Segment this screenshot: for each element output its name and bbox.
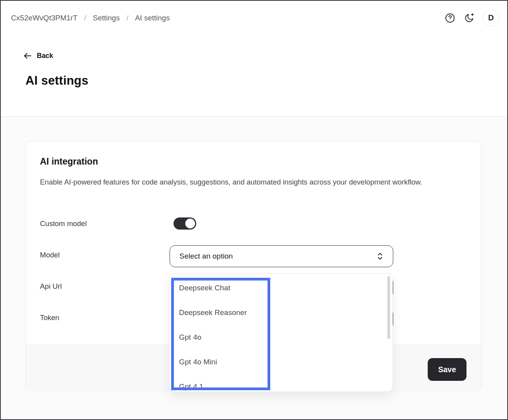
dropdown-option-deepseek-reasoner[interactable]: Deepseek Reasoner bbox=[170, 300, 392, 325]
token-label: Token bbox=[40, 313, 59, 322]
arrow-left-icon bbox=[23, 51, 33, 61]
model-label: Model bbox=[40, 251, 60, 259]
avatar-initial: D bbox=[488, 13, 494, 22]
dark-mode-button[interactable] bbox=[463, 12, 475, 24]
model-select-value: Select an option bbox=[179, 252, 377, 261]
breadcrumb-settings[interactable]: Settings bbox=[93, 14, 120, 22]
model-dropdown-menu: Deepseek Chat Deepseek Reasoner Gpt 4o G… bbox=[169, 273, 393, 392]
back-label: Back bbox=[37, 52, 53, 60]
dropdown-option-deepseek-chat[interactable]: Deepseek Chat bbox=[170, 275, 392, 300]
dropdown-option-gpt-4o[interactable]: Gpt 4o bbox=[170, 325, 392, 349]
model-dropdown-list: Deepseek Chat Deepseek Reasoner Gpt 4o G… bbox=[170, 275, 392, 392]
custom-model-label: Custom model bbox=[40, 219, 87, 228]
breadcrumb: Cx52eWvQt3PM1rT / Settings / AI settings bbox=[11, 14, 170, 22]
card-description: Enable AI-powered features for code anal… bbox=[40, 176, 468, 188]
page-title: AI settings bbox=[25, 74, 89, 88]
dropdown-option-gpt-4-1[interactable]: Gpt 4.1 bbox=[170, 374, 392, 392]
help-button[interactable] bbox=[444, 12, 456, 24]
api-url-label: Api Url bbox=[40, 282, 62, 291]
breadcrumb-separator: / bbox=[84, 14, 86, 22]
help-icon bbox=[445, 13, 456, 24]
topbar-actions: D bbox=[444, 9, 499, 26]
breadcrumb-ai-settings[interactable]: AI settings bbox=[135, 14, 170, 22]
ai-settings-page: Cx52eWvQt3PM1rT / Settings / AI settings bbox=[0, 0, 508, 420]
dark-mode-moon-icon bbox=[464, 13, 475, 24]
card-title: AI integration bbox=[40, 156, 98, 167]
back-button[interactable]: Back bbox=[23, 51, 53, 61]
breadcrumb-separator: / bbox=[127, 14, 128, 22]
dropdown-option-gpt-4o-mini[interactable]: Gpt 4o Mini bbox=[170, 349, 392, 374]
chevron-up-down-icon bbox=[377, 252, 383, 261]
custom-model-toggle[interactable] bbox=[174, 217, 196, 230]
save-button[interactable]: Save bbox=[428, 358, 466, 381]
dropdown-scrollbar-thumb[interactable] bbox=[387, 276, 390, 339]
avatar[interactable]: D bbox=[483, 9, 499, 26]
model-select[interactable]: Select an option bbox=[170, 245, 393, 267]
toggle-knob bbox=[185, 219, 195, 228]
breadcrumb-project[interactable]: Cx52eWvQt3PM1rT bbox=[11, 14, 78, 22]
